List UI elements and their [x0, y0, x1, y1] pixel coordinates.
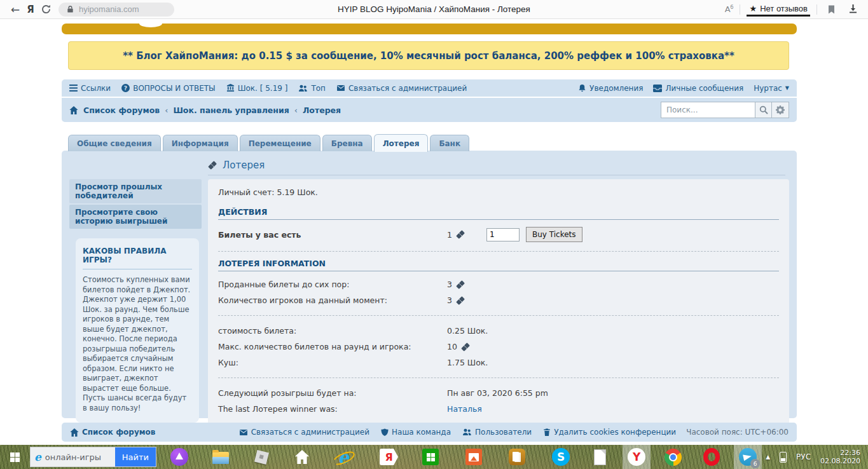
taskbar-notepad[interactable] — [589, 445, 611, 469]
nav-faq[interactable]: ? ВОПРОСЫ И ОТВЕТЫ — [121, 84, 215, 93]
timezone-label: Часовой пояс: UTC+06:00 — [686, 428, 789, 437]
nav-contact-admin[interactable]: Связаться с администрацией — [336, 84, 467, 93]
rules-box: КАКОВЫ ПРАВИЛА ИГРЫ? Стоимость купленных… — [76, 238, 199, 423]
sidebar-item-win-history[interactable]: Просмотрите свою историю выигрышей — [69, 205, 202, 229]
search-settings-button[interactable] — [772, 102, 789, 118]
row-label: Проданные билеты до сих пор: — [218, 280, 447, 289]
tab-logs[interactable]: Бревна — [322, 135, 372, 151]
taskbar-chrome[interactable] — [659, 445, 687, 469]
breadcrumb-current[interactable]: Лотерея — [303, 105, 341, 115]
footer-contact-admin[interactable]: Связаться с администрацией — [239, 428, 369, 437]
language-indicator[interactable]: РУС — [796, 452, 811, 461]
skype-icon: S — [552, 448, 570, 466]
breadcrumb-bar: Список форумов ‹ Шок. панель управления … — [62, 98, 797, 122]
ucp-tabs: Общие сведения Информация Перемещение Бр… — [68, 133, 469, 151]
search-button[interactable] — [755, 102, 772, 118]
nav-username-menu[interactable]: Нуртас ▼ — [754, 84, 789, 93]
start-button[interactable] — [0, 445, 30, 469]
taskbar-telegram[interactable]: 6 — [734, 445, 762, 469]
taskbar-file-explorer[interactable] — [207, 445, 234, 469]
action-row: Билеты у вас есть 1 Buy Tickets — [218, 225, 779, 244]
row-value: Пн авг 03, 2020 6:55 pm — [447, 388, 779, 398]
taskbar-internet-explorer[interactable]: e — [329, 445, 358, 469]
people-icon — [462, 428, 472, 436]
yandex-logo-icon[interactable] — [23, 2, 38, 17]
roblox-icon — [254, 449, 269, 464]
translate-icon[interactable] — [725, 4, 734, 14]
taskbar-skype[interactable]: S — [547, 445, 575, 469]
taskbar-yandex-browser[interactable]: Y — [623, 445, 651, 469]
taskbar-yandex-search-app[interactable]: Я — [375, 445, 403, 469]
refresh-button[interactable] — [38, 2, 53, 17]
taskbar-home-app[interactable] — [289, 445, 315, 469]
ticket-quantity-input[interactable] — [486, 228, 520, 241]
ticket-icon — [456, 296, 465, 305]
last-winner-link[interactable]: Наталья — [447, 404, 779, 414]
breadcrumb-forum-list[interactable]: Список форумов — [83, 105, 160, 115]
nav-private-messages[interactable]: Личные сообщения — [653, 84, 743, 93]
ticket-icon — [456, 280, 465, 289]
battery-icon[interactable] — [780, 452, 787, 463]
row-value: 3 — [447, 296, 779, 305]
system-tray: ▲ РУС 22:36 02.08.2020 — [766, 449, 868, 465]
gear-icon — [776, 105, 785, 114]
ticket-icon — [208, 161, 217, 170]
row-label: стоимость билета: — [218, 326, 447, 336]
section-actions: ДЕЙСТВИЯ — [218, 207, 779, 220]
nav-notifications[interactable]: Уведомления — [578, 84, 643, 93]
tab-bank[interactable]: Банк — [430, 135, 469, 151]
ticket-icon — [461, 343, 470, 351]
envelope-icon — [336, 85, 345, 92]
clock[interactable]: 22:36 02.08.2020 — [820, 449, 860, 465]
footer-forum-list[interactable]: Список форумов — [70, 428, 155, 437]
tab-information[interactable]: Информация — [163, 135, 238, 151]
breadcrumb-ucp[interactable]: Шок. панель управления — [173, 105, 289, 115]
row-label: Макс. количество билетов на раунд и игро… — [218, 342, 447, 351]
site-reviews-button[interactable]: ★ Нет отзывов — [747, 2, 810, 17]
nav-top[interactable]: Топ — [298, 84, 326, 93]
taskbar-photos[interactable] — [460, 445, 487, 469]
bookmark-icon[interactable] — [823, 2, 839, 17]
tab-lottery[interactable]: Лотерея — [374, 134, 429, 152]
footer-members[interactable]: Пользователи — [462, 428, 532, 437]
panel-title: Лотерея — [223, 160, 265, 171]
row-label: Куш: — [218, 358, 447, 367]
tab-move[interactable]: Перемещение — [240, 135, 320, 151]
paper-plane-icon — [743, 453, 752, 461]
footer-delete-cookies[interactable]: Удалить cookies конференции — [543, 428, 676, 437]
tab-general[interactable]: Общие сведения — [68, 135, 161, 151]
envelope-icon — [239, 429, 248, 436]
sidebar-item-past-winners[interactable]: Просмотр прошлых победителей — [69, 179, 202, 203]
row-label: The last Лотерея winner was: — [218, 404, 447, 414]
tray-expand-icon[interactable]: ▲ — [766, 454, 770, 460]
taskbar-office-docs[interactable] — [504, 445, 530, 469]
bank-icon — [226, 84, 235, 92]
taskbar-search-box[interactable]: e онлайн-игры Найти — [30, 447, 156, 467]
yandex-app-icon: Я — [380, 449, 398, 465]
taskbar-opera[interactable] — [698, 445, 725, 469]
date-label: 02.08.2020 — [820, 457, 860, 465]
ticket-icon — [456, 230, 465, 239]
row-value: 0.25 Шок. — [447, 326, 779, 336]
taskbar-alice[interactable] — [165, 445, 193, 469]
nav-balance[interactable]: Шок. [ 5.19 ] — [226, 84, 288, 93]
buy-tickets-button[interactable]: Buy Tickets — [526, 227, 582, 242]
documents-icon — [509, 449, 525, 465]
trash-icon — [543, 428, 551, 437]
taskbar-search-button[interactable]: Найти — [115, 447, 156, 466]
divider — [740, 4, 740, 15]
divider — [218, 315, 779, 316]
lottery-row: Проданные билеты до сих пор: 3 — [218, 276, 779, 292]
row-value: 10 — [447, 342, 779, 351]
footer-team[interactable]: Наша команда — [381, 428, 451, 437]
search-input[interactable] — [661, 102, 755, 118]
address-bar[interactable]: hyipomania.com — [59, 3, 174, 17]
download-icon[interactable] — [845, 2, 860, 17]
people-icon — [298, 85, 308, 92]
question-icon: ? — [121, 84, 130, 92]
taskbar-ms-store[interactable] — [417, 445, 444, 469]
nav-links[interactable]: Ссылки — [69, 84, 111, 93]
taskbar-roblox[interactable] — [251, 445, 273, 469]
rules-title: КАКОВЫ ПРАВИЛА ИГРЫ? — [83, 247, 192, 269]
back-button[interactable]: ← — [8, 2, 23, 17]
